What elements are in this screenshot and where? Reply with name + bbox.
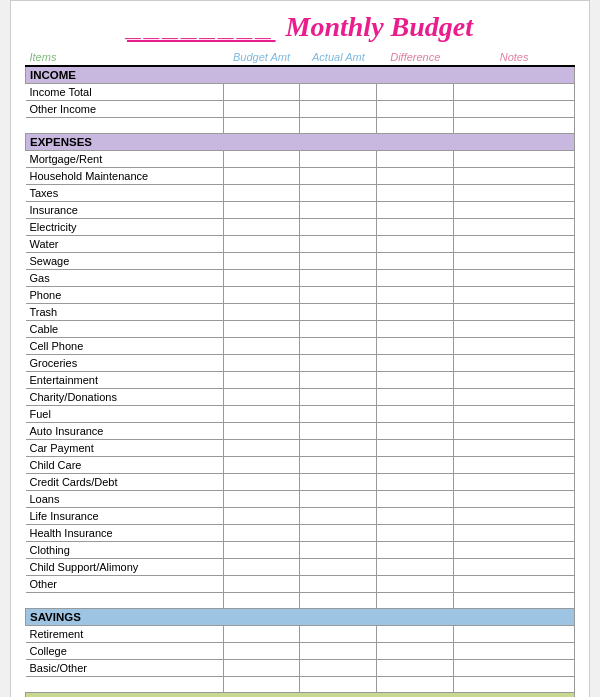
- row-cell[interactable]: [377, 423, 454, 440]
- row-cell[interactable]: [223, 118, 300, 134]
- row-cell[interactable]: [377, 185, 454, 202]
- row-cell[interactable]: [300, 643, 377, 660]
- row-cell[interactable]: [454, 236, 575, 253]
- row-cell[interactable]: [377, 202, 454, 219]
- row-cell[interactable]: [300, 202, 377, 219]
- row-cell[interactable]: [223, 253, 300, 270]
- row-cell[interactable]: [223, 406, 300, 423]
- row-cell[interactable]: [377, 677, 454, 693]
- row-cell[interactable]: [454, 525, 575, 542]
- row-cell[interactable]: [454, 593, 575, 609]
- row-cell[interactable]: [223, 593, 300, 609]
- row-cell[interactable]: [454, 457, 575, 474]
- row-cell[interactable]: [300, 270, 377, 287]
- row-cell[interactable]: [377, 660, 454, 677]
- row-cell[interactable]: [377, 559, 454, 576]
- row-cell[interactable]: [223, 491, 300, 508]
- row-cell[interactable]: [300, 219, 377, 236]
- row-cell[interactable]: [454, 660, 575, 677]
- row-cell[interactable]: [454, 559, 575, 576]
- row-cell[interactable]: [300, 626, 377, 643]
- row-cell[interactable]: [223, 287, 300, 304]
- row-cell[interactable]: [377, 151, 454, 168]
- row-cell[interactable]: [223, 168, 300, 185]
- row-cell[interactable]: [300, 660, 377, 677]
- row-cell[interactable]: [300, 542, 377, 559]
- row-cell[interactable]: [223, 372, 300, 389]
- row-cell[interactable]: [377, 508, 454, 525]
- row-cell[interactable]: [223, 457, 300, 474]
- row-cell[interactable]: [300, 355, 377, 372]
- row-cell[interactable]: [223, 660, 300, 677]
- row-cell[interactable]: [454, 542, 575, 559]
- row-cell[interactable]: [454, 101, 575, 118]
- row-cell[interactable]: [223, 101, 300, 118]
- row-cell[interactable]: [377, 457, 454, 474]
- row-cell[interactable]: [377, 372, 454, 389]
- row-cell[interactable]: [223, 338, 300, 355]
- row-cell[interactable]: [377, 576, 454, 593]
- row-cell[interactable]: [223, 389, 300, 406]
- row-cell[interactable]: [300, 338, 377, 355]
- row-cell[interactable]: [377, 406, 454, 423]
- row-cell[interactable]: [454, 576, 575, 593]
- row-cell[interactable]: [223, 202, 300, 219]
- row-cell[interactable]: [454, 423, 575, 440]
- row-cell[interactable]: [454, 643, 575, 660]
- row-cell[interactable]: [300, 593, 377, 609]
- row-cell[interactable]: [377, 101, 454, 118]
- row-cell[interactable]: [223, 626, 300, 643]
- row-cell[interactable]: [454, 440, 575, 457]
- row-cell[interactable]: [300, 576, 377, 593]
- row-cell[interactable]: [300, 84, 377, 101]
- row-cell[interactable]: [377, 168, 454, 185]
- row-cell[interactable]: [300, 118, 377, 134]
- row-cell[interactable]: [377, 542, 454, 559]
- row-cell[interactable]: [223, 304, 300, 321]
- row-cell[interactable]: [223, 151, 300, 168]
- row-cell[interactable]: [300, 372, 377, 389]
- row-cell[interactable]: [300, 677, 377, 693]
- row-cell[interactable]: [377, 84, 454, 101]
- row-cell[interactable]: [300, 304, 377, 321]
- row-cell[interactable]: [223, 542, 300, 559]
- row-cell[interactable]: [454, 406, 575, 423]
- row-cell[interactable]: [454, 474, 575, 491]
- row-cell[interactable]: [300, 508, 377, 525]
- row-cell[interactable]: [454, 372, 575, 389]
- row-cell[interactable]: [377, 643, 454, 660]
- row-cell[interactable]: [223, 559, 300, 576]
- row-cell[interactable]: [223, 474, 300, 491]
- row-cell[interactable]: [377, 626, 454, 643]
- row-cell[interactable]: [377, 440, 454, 457]
- row-cell[interactable]: [223, 576, 300, 593]
- row-cell[interactable]: [377, 236, 454, 253]
- row-cell[interactable]: [223, 84, 300, 101]
- row-cell[interactable]: [454, 389, 575, 406]
- row-cell[interactable]: [454, 304, 575, 321]
- row-cell[interactable]: [223, 185, 300, 202]
- row-cell[interactable]: [454, 508, 575, 525]
- row-cell[interactable]: [454, 338, 575, 355]
- row-cell[interactable]: [377, 321, 454, 338]
- row-cell[interactable]: [377, 118, 454, 134]
- row-cell[interactable]: [223, 423, 300, 440]
- row-cell[interactable]: [300, 406, 377, 423]
- row-cell[interactable]: [300, 101, 377, 118]
- row-cell[interactable]: [223, 321, 300, 338]
- row-cell[interactable]: [300, 423, 377, 440]
- row-cell[interactable]: [223, 355, 300, 372]
- row-cell[interactable]: [300, 321, 377, 338]
- row-cell[interactable]: [300, 253, 377, 270]
- row-cell[interactable]: [454, 491, 575, 508]
- row-cell[interactable]: [300, 185, 377, 202]
- row-cell[interactable]: [454, 270, 575, 287]
- row-cell[interactable]: [223, 508, 300, 525]
- row-cell[interactable]: [454, 219, 575, 236]
- row-cell[interactable]: [300, 168, 377, 185]
- row-cell[interactable]: [377, 270, 454, 287]
- row-cell[interactable]: [377, 253, 454, 270]
- row-cell[interactable]: [300, 474, 377, 491]
- row-cell[interactable]: [454, 185, 575, 202]
- row-cell[interactable]: [454, 355, 575, 372]
